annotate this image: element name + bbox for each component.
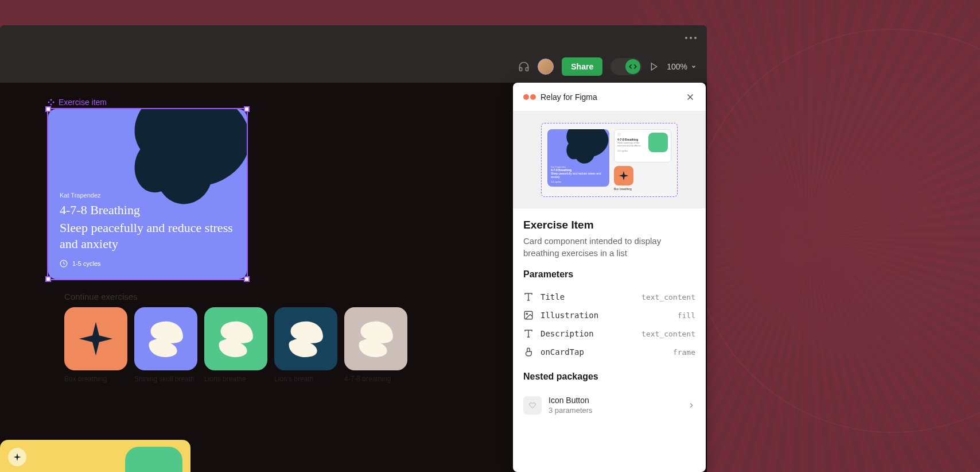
parameter-name: onCardTap bbox=[540, 347, 584, 357]
exercise-row: Box breathingShining skull breathLions b… bbox=[64, 307, 407, 383]
resize-handle[interactable] bbox=[45, 276, 51, 282]
exercise-thumb bbox=[134, 307, 197, 370]
parameters-list: Titletext_contentIllustrationfillDescrip… bbox=[523, 288, 695, 361]
yellow-card-fragment bbox=[0, 440, 190, 472]
exercise-label: Lions breathe bbox=[204, 375, 267, 383]
clock-icon bbox=[60, 260, 68, 268]
preview-large-card: Kat Trapendez 4-7-8 Breathing Sleep peac… bbox=[547, 129, 609, 187]
exercise-tile[interactable]: Lion's breath bbox=[274, 307, 337, 383]
relay-logo: Relay for Figma bbox=[523, 92, 597, 102]
dev-mode-toggle[interactable] bbox=[610, 58, 641, 75]
exercise-thumb bbox=[64, 307, 127, 370]
blob-icon bbox=[213, 319, 259, 359]
relay-component-info: Exercise Item Card component intended to… bbox=[513, 208, 706, 269]
avatar[interactable] bbox=[538, 59, 554, 75]
nested-heading: Nested packages bbox=[523, 372, 695, 382]
exercise-label: Box breathing bbox=[64, 375, 127, 383]
exercise-label: Lion's breath bbox=[274, 375, 337, 383]
blob-icon bbox=[283, 319, 329, 359]
exercise-card-component: Kat Trapendez 4-7-8 Breathing Sleep peac… bbox=[48, 109, 247, 279]
sparkle-icon bbox=[13, 452, 22, 462]
continue-heading: Continue exercises bbox=[64, 292, 407, 301]
share-button[interactable]: Share bbox=[562, 57, 602, 76]
card-author: Kat Trapendez bbox=[60, 192, 235, 199]
component-title: Exercise Item bbox=[523, 219, 695, 231]
relay-header: Relay for Figma bbox=[513, 83, 706, 111]
nested-packages-section: Nested packages Icon Button 3 parameters bbox=[513, 372, 706, 425]
sparkle-icon bbox=[618, 170, 629, 181]
preview-detail-icon bbox=[617, 133, 621, 136]
parameters-heading: Parameters bbox=[523, 269, 695, 280]
preview-cycles: 1-5 cycles bbox=[551, 180, 606, 183]
present-icon[interactable] bbox=[650, 62, 659, 71]
exercise-tile[interactable]: Shining skull breath bbox=[134, 307, 197, 383]
parameter-row[interactable]: Titletext_content bbox=[523, 288, 695, 306]
text-icon bbox=[523, 328, 534, 339]
preview-author: Kat Trapendez bbox=[551, 165, 606, 168]
close-icon[interactable] bbox=[685, 92, 695, 102]
exercise-thumb bbox=[344, 307, 407, 370]
parameter-name: Title bbox=[540, 292, 565, 301]
nested-package-name: Icon Button bbox=[549, 396, 593, 405]
selection-bounds[interactable]: Kat Trapendez 4-7-8 Breathing Sleep peac… bbox=[47, 108, 248, 280]
card-description: Sleep peacefully and reduce stress and a… bbox=[60, 220, 235, 252]
nested-package-row[interactable]: Icon Button 3 parameters bbox=[523, 390, 695, 415]
preview-desc: Sleep peacefully and reduce stress and a… bbox=[551, 172, 606, 179]
relay-preview-area: Kat Trapendez 4-7-8 Breathing Sleep peac… bbox=[513, 111, 706, 208]
svg-marker-0 bbox=[652, 63, 657, 70]
parameter-type: text_content bbox=[641, 293, 695, 301]
exercise-label: Shining skull breath bbox=[134, 375, 197, 383]
exercise-tile[interactable]: Lions breathe bbox=[204, 307, 267, 383]
zoom-control[interactable]: 100% bbox=[667, 62, 697, 71]
yellow-card-blob bbox=[125, 447, 182, 472]
nested-package-thumb bbox=[523, 396, 542, 415]
resize-handle[interactable] bbox=[244, 276, 250, 282]
exercise-thumb bbox=[274, 307, 337, 370]
svg-point-7 bbox=[526, 313, 527, 314]
component-icon bbox=[47, 98, 55, 106]
headphones-icon[interactable] bbox=[518, 61, 530, 72]
parameter-row[interactable]: Descriptiontext_content bbox=[523, 324, 695, 343]
exercise-label: 4-7-8 breathing bbox=[344, 375, 407, 383]
sparkle-icon bbox=[73, 319, 119, 359]
preview-small-variant: Box breathing bbox=[614, 166, 671, 191]
parameter-name: Description bbox=[540, 329, 594, 338]
preview-detail-card: 4-7-8 Breathing Short summary of the exe… bbox=[614, 129, 671, 163]
code-icon bbox=[625, 59, 640, 74]
preview-component-bounds: Kat Trapendez 4-7-8 Breathing Sleep peac… bbox=[541, 123, 678, 197]
parameter-type: text_content bbox=[641, 330, 695, 338]
window-titlebar bbox=[0, 25, 707, 51]
component-description: Card component intended to display breat… bbox=[523, 235, 695, 259]
parameter-row[interactable]: onCardTapframe bbox=[523, 343, 695, 361]
preview-small-label: Box breathing bbox=[614, 187, 671, 191]
exercise-tile[interactable]: Box breathing bbox=[64, 307, 127, 383]
toolbar: Share 100% bbox=[0, 51, 707, 83]
window-menu-button[interactable] bbox=[685, 37, 697, 39]
parameter-name: Illustration bbox=[540, 311, 598, 320]
selection-label[interactable]: Exercise item bbox=[47, 98, 107, 107]
parameter-type: fill bbox=[678, 311, 695, 320]
chevron-down-icon bbox=[691, 64, 697, 69]
relay-plugin-panel: Relay for Figma Kat Trapendez 4-7-8 Brea… bbox=[513, 83, 706, 472]
preview-detail-desc: Short summary of the exercise and its ef… bbox=[617, 141, 646, 147]
parameter-type: frame bbox=[673, 348, 695, 357]
blob-icon bbox=[143, 319, 189, 359]
mini-blob bbox=[558, 129, 609, 167]
sparkle-button[interactable] bbox=[8, 448, 26, 466]
preview-small-thumb bbox=[614, 166, 633, 185]
resize-handle[interactable] bbox=[244, 106, 250, 112]
heart-icon bbox=[529, 402, 536, 409]
relay-logo-icon bbox=[523, 94, 536, 100]
zoom-value: 100% bbox=[667, 62, 687, 71]
continue-exercises-section: Continue exercises Box breathingShining … bbox=[64, 292, 407, 383]
parameters-section: Parameters Titletext_contentIllustration… bbox=[513, 269, 706, 372]
selection-label-text: Exercise item bbox=[59, 98, 107, 107]
card-cycles-text: 1-5 cycles bbox=[72, 260, 101, 267]
blob-icon bbox=[353, 319, 399, 359]
preview-right-column: 4-7-8 Breathing Short summary of the exe… bbox=[614, 129, 671, 191]
parameter-row[interactable]: Illustrationfill bbox=[523, 306, 695, 324]
exercise-tile[interactable]: 4-7-8 breathing bbox=[344, 307, 407, 383]
card-cycles: 1-5 cycles bbox=[60, 260, 235, 268]
text-icon bbox=[523, 292, 534, 302]
resize-handle[interactable] bbox=[45, 106, 51, 112]
